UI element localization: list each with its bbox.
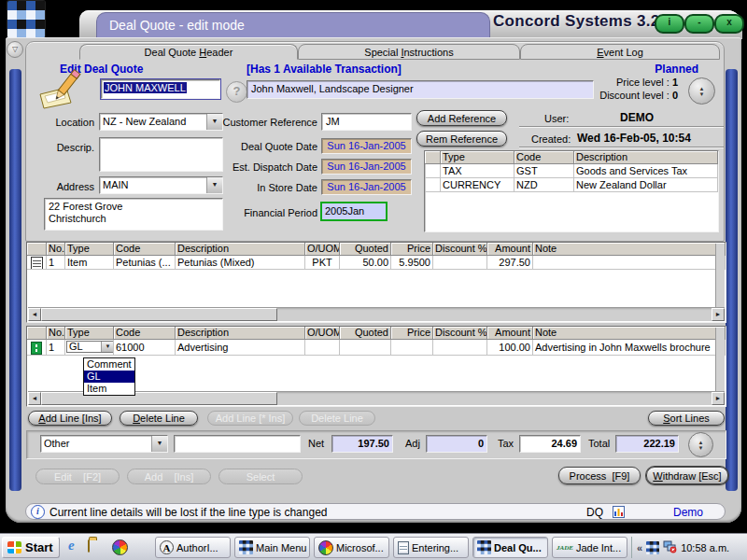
- cell-no: 1: [47, 340, 65, 356]
- location-label: Location: [34, 117, 94, 128]
- deal-quote-header-panel: Deal Quote Header Special Instructions E…: [25, 41, 725, 242]
- net-label: Net: [308, 438, 324, 449]
- scroll-right-icon[interactable]: ►: [712, 308, 725, 321]
- delete-line-button[interactable]: Delete Line: [120, 411, 198, 426]
- grid-header: No. Type Code Description O/UOM Quoted P…: [27, 243, 726, 256]
- cell-ouom: [305, 340, 340, 356]
- task-label: Microsof...: [336, 542, 384, 553]
- window-corner-button[interactable]: ▽: [7, 41, 23, 58]
- tray-jade-icon[interactable]: [646, 541, 659, 554]
- item-line-row[interactable]: 1 Item Petunias (... Petunias (Mixed) PK…: [27, 256, 726, 270]
- scroll-left-icon[interactable]: ◄: [28, 392, 41, 405]
- free-text-input[interactable]: [174, 435, 301, 453]
- taskbar-item-entering[interactable]: Entering...: [393, 537, 469, 558]
- document-icon: [31, 257, 43, 270]
- dropdown-arrow-icon[interactable]: ▼: [151, 436, 167, 452]
- col-code[interactable]: Code: [114, 243, 176, 256]
- scroll-right-icon[interactable]: ►: [712, 392, 725, 405]
- vertical-gutter: [715, 328, 725, 392]
- scroll-left-icon[interactable]: ◄: [28, 308, 41, 321]
- start-button[interactable]: Start: [2, 537, 60, 558]
- cell-type: TAX: [441, 164, 514, 178]
- col-quoted[interactable]: Quoted: [340, 327, 391, 340]
- tab-event-log[interactable]: Event Log: [520, 44, 720, 60]
- option-gl[interactable]: GL: [84, 371, 134, 383]
- col-code[interactable]: Code: [514, 151, 574, 164]
- totals-spinner[interactable]: ▲▼: [688, 432, 713, 457]
- col-ouom[interactable]: O/UOM: [305, 327, 340, 340]
- spinner-down-icon[interactable]: ▼: [698, 445, 704, 451]
- add-reference-button[interactable]: Add Reference: [416, 110, 507, 126]
- rem-reference-button[interactable]: Rem Reference: [416, 131, 507, 147]
- jade-mini-icon: [477, 540, 491, 554]
- col-no[interactable]: No.: [47, 327, 65, 340]
- info-icon: i: [31, 505, 45, 519]
- col-type[interactable]: Type: [65, 243, 114, 256]
- col-description[interactable]: Description: [176, 327, 305, 340]
- gl-line-row[interactable]: 1 GL▼ 61000 Advertising 100.00 Advertisi…: [27, 340, 726, 356]
- col-price[interactable]: Price: [391, 327, 433, 340]
- col-ouom[interactable]: O/UOM: [305, 243, 340, 256]
- level-spinner[interactable]: ▲▼: [688, 77, 715, 105]
- col-price[interactable]: Price: [391, 243, 433, 256]
- col-code[interactable]: Code: [114, 327, 176, 340]
- tab-deal-quote-header[interactable]: Deal Quote Header: [79, 44, 298, 60]
- notepad-pencil-icon: [35, 68, 90, 111]
- scrollbar-thumb[interactable]: [41, 308, 277, 321]
- financial-period-input[interactable]: 2005Jan: [320, 202, 388, 221]
- col-amount[interactable]: Amount: [487, 243, 533, 256]
- taskbar-item-authori[interactable]: A AuthorI...: [155, 537, 231, 558]
- folder-icon[interactable]: [88, 539, 90, 553]
- col-quoted[interactable]: Quoted: [340, 243, 391, 256]
- process-button[interactable]: Process [F9]: [558, 467, 641, 484]
- task-label: Entering...: [412, 542, 458, 553]
- window-info-button[interactable]: i: [655, 14, 684, 34]
- col-type[interactable]: Type: [65, 327, 114, 340]
- cell-description: New Zealand Dollar: [574, 178, 718, 192]
- tray-chevron[interactable]: «: [637, 542, 642, 553]
- cell-discount: [433, 256, 487, 270]
- horizontal-scrollbar[interactable]: ◄ ►: [28, 307, 725, 321]
- table-row[interactable]: TAX GST Goods and Services Tax: [425, 164, 718, 178]
- color-app-icon[interactable]: [112, 539, 128, 555]
- tab-special-instructions[interactable]: Special Instructions: [298, 44, 520, 60]
- customer-code-input[interactable]: JOHN MAXWELL: [101, 79, 220, 99]
- table-row[interactable]: CURRENCY NZD New Zealand Dollar: [425, 178, 718, 192]
- col-note[interactable]: Note: [533, 243, 726, 256]
- col-type[interactable]: Type: [441, 151, 514, 164]
- help-button[interactable]: ?: [226, 81, 247, 103]
- scrollbar-thumb[interactable]: [41, 392, 277, 405]
- col-amount[interactable]: Amount: [487, 327, 533, 340]
- taskbar-item-microsoft[interactable]: Microsof...: [314, 537, 389, 558]
- col-description[interactable]: Description: [176, 243, 305, 256]
- app-brand: Concord Systems 3.2: [493, 12, 660, 31]
- category-dropdown[interactable]: Other▼: [40, 435, 168, 453]
- cell-type-dropdown[interactable]: GL▼: [65, 340, 114, 356]
- window-minimize-button[interactable]: -: [684, 14, 714, 34]
- spinner-down-icon[interactable]: ▼: [699, 91, 705, 97]
- col-discount[interactable]: Discount %: [433, 327, 487, 340]
- cell-amount: 100.00: [487, 340, 533, 356]
- adj-value[interactable]: 0: [426, 435, 487, 453]
- taskbar-item-main-menu[interactable]: Main Menu: [234, 537, 310, 558]
- sort-lines-button[interactable]: Sort Lines: [648, 411, 725, 426]
- tax-value[interactable]: 24.69: [519, 435, 581, 453]
- tray-network-error-icon[interactable]: [663, 539, 677, 555]
- col-discount[interactable]: Discount %: [433, 243, 487, 256]
- withdraw-button[interactable]: Withdraw [Esc]: [646, 467, 728, 484]
- internet-explorer-icon[interactable]: e: [68, 538, 75, 553]
- customer-name-field[interactable]: John Maxwell, Landscape Designer: [247, 80, 594, 99]
- status-message: Current line details will be lost if the…: [49, 506, 328, 519]
- col-description[interactable]: Description: [574, 151, 718, 164]
- col-no[interactable]: No.: [47, 243, 65, 256]
- cell-description: Advertising: [176, 340, 305, 356]
- customer-reference-input[interactable]: JM: [321, 113, 412, 131]
- add-line-button[interactable]: Add Line [Ins]: [28, 411, 112, 426]
- dropdown-arrow-icon[interactable]: ▼: [101, 342, 114, 352]
- taskbar-item-jade[interactable]: JADE Jade Int...: [552, 537, 627, 558]
- window-close-button[interactable]: x: [714, 14, 744, 34]
- taskbar-item-deal-quote[interactable]: Deal Qu...: [472, 537, 548, 558]
- option-comment[interactable]: Comment: [84, 358, 134, 371]
- option-item[interactable]: Item: [84, 383, 134, 395]
- col-note[interactable]: Note: [533, 327, 726, 340]
